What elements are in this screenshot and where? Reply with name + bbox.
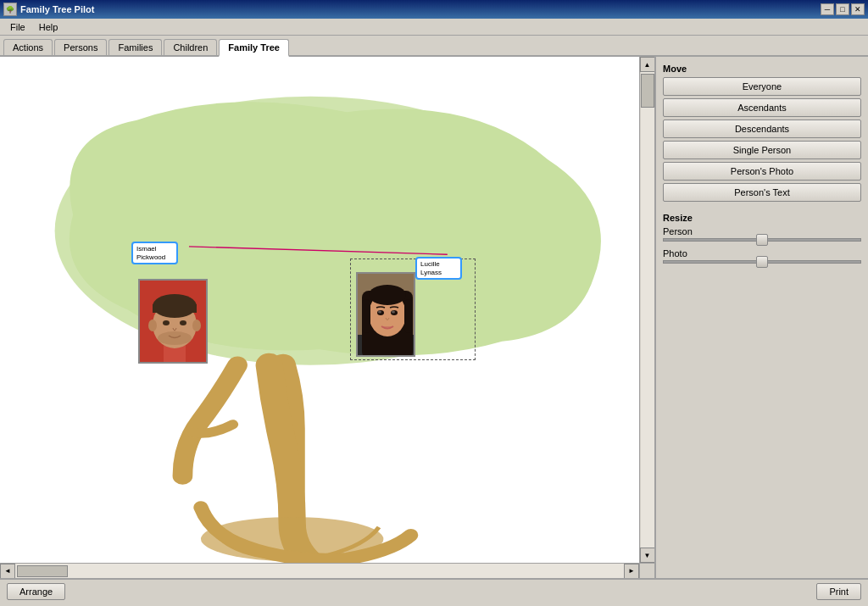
person-name-lucille: Lucille Lynass [420,260,442,276]
tab-children[interactable]: Children [164,39,217,55]
tab-persons[interactable]: Persons [54,39,107,55]
person-photo-lucille[interactable] [356,272,415,357]
arrange-button[interactable]: Arrange [7,583,65,600]
move-section: Move Everyone Ascendants Descendants Sin… [663,64,861,204]
scroll-track-v [641,72,654,548]
close-button[interactable]: ✕ [851,3,865,15]
maximize-button[interactable]: □ [836,3,849,15]
menu-bar: File Help [0,19,868,36]
svg-point-9 [180,320,186,325]
move-persons-text-button[interactable]: Person's Text [663,183,861,202]
minimize-button[interactable]: ─ [821,3,834,15]
right-panel: Move Everyone Ascendants Descendants Sin… [656,57,868,578]
tab-bar: Actions Persons Families Children Family… [0,36,868,57]
scroll-right-button[interactable]: ► [624,564,639,579]
svg-point-23 [378,311,381,314]
svg-rect-19 [362,299,370,333]
svg-rect-7 [153,304,197,313]
svg-point-8 [163,320,170,325]
person-avatar-lucille [358,274,415,357]
svg-point-24 [392,311,395,314]
app-icon: 🌳 [3,3,17,16]
move-single-person-button[interactable]: Single Person [663,141,861,159]
svg-point-12 [158,331,192,345]
resize-section-title: Resize [663,213,861,223]
scroll-track-h [15,564,624,578]
photo-slider-container [663,260,861,264]
tree-background [0,57,639,563]
person-card-lucille[interactable]: Lucille Lynass [415,257,462,280]
move-descendants-button[interactable]: Descendants [663,120,861,138]
print-button[interactable]: Print [816,583,861,600]
bottom-bar: Arrange Print [0,578,868,603]
svg-point-18 [369,285,406,305]
scrollbar-horizontal[interactable]: ◄ ► [0,563,639,578]
svg-point-11 [192,320,201,331]
canvas-area[interactable]: Ismael Pickwood [0,57,656,578]
move-ascendants-button[interactable]: Ascendants [663,98,861,117]
scroll-left-button[interactable]: ◄ [0,564,15,579]
person-photo-ismael[interactable] [138,279,208,364]
connection-line [0,57,639,563]
window-controls: ─ □ ✕ [821,3,865,15]
svg-line-2 [189,247,448,254]
move-everyone-button[interactable]: Everyone [663,77,861,96]
scroll-down-button[interactable]: ▼ [640,548,655,563]
resize-section: Resize Person Photo [663,213,861,270]
person-slider-container [663,238,861,242]
menu-help[interactable]: Help [32,20,65,34]
svg-point-10 [148,320,157,331]
title-bar-left: 🌳 Family Tree Pilot [3,3,94,16]
tab-families[interactable]: Families [108,39,162,55]
scroll-up-button[interactable]: ▲ [640,57,655,72]
scrollbar-vertical[interactable]: ▲ ▼ [639,57,654,563]
photo-size-slider[interactable] [663,260,861,264]
svg-rect-20 [404,299,413,333]
svg-point-0 [55,97,566,365]
person-size-slider[interactable] [663,238,861,242]
move-section-title: Move [663,64,861,74]
person-card-ismael[interactable]: Ismael Pickwood [131,242,178,264]
person-name-ismael: Ismael Pickwood [136,245,165,261]
title-bar: 🌳 Family Tree Pilot ─ □ ✕ [0,0,868,19]
scroll-thumb-v[interactable] [641,74,654,108]
move-persons-photo-button[interactable]: Person's Photo [663,162,861,181]
main-layout: Ismael Pickwood [0,57,868,578]
tree-canvas: Ismael Pickwood [0,57,639,563]
tab-actions[interactable]: Actions [3,39,53,55]
scroll-thumb-h[interactable] [17,565,68,577]
scrollbar-corner [639,563,654,578]
menu-file[interactable]: File [3,20,32,34]
app-title: Family Tree Pilot [20,4,94,14]
person-avatar-ismael [140,281,208,364]
tab-family-tree[interactable]: Family Tree [219,39,289,57]
svg-point-1 [201,517,383,561]
